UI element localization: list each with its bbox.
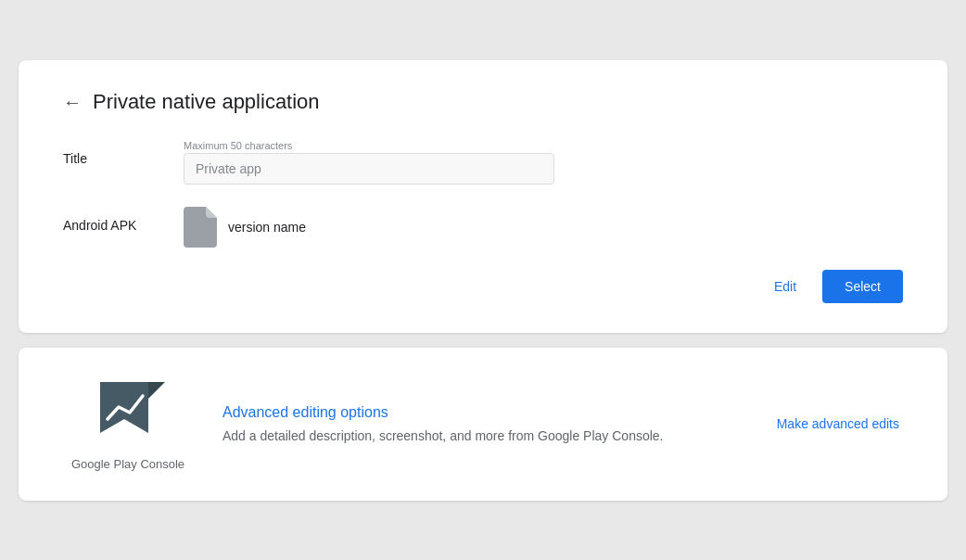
apk-row: version name xyxy=(184,207,306,248)
card-actions: Edit Select xyxy=(63,270,903,303)
advanced-editing-title: Advanced editing options xyxy=(222,404,744,421)
page-title: Private native application xyxy=(93,90,320,114)
svg-marker-0 xyxy=(100,382,148,433)
apk-form-row: Android APK version name xyxy=(63,207,903,248)
play-text: Play xyxy=(110,457,137,471)
apk-label: Android APK xyxy=(63,207,184,233)
title-label: Title xyxy=(63,140,184,166)
google-play-logo: Google Play Console xyxy=(63,377,193,471)
private-app-card: ← Private native application Title Maxim… xyxy=(19,60,947,333)
google-play-label: Google Play Console xyxy=(71,457,184,471)
apk-file-icon xyxy=(184,207,217,248)
char-limit-hint: Maximum 50 characters xyxy=(184,140,554,151)
title-input-wrapper: Maximum 50 characters xyxy=(184,140,554,185)
advanced-content: Advanced editing options Add a detailed … xyxy=(222,404,744,443)
back-icon[interactable]: ← xyxy=(63,93,82,111)
title-input[interactable] xyxy=(184,153,554,185)
advanced-editing-card: Google Play Console Advanced editing opt… xyxy=(19,348,947,501)
apk-version-text: version name xyxy=(228,220,306,235)
edit-button[interactable]: Edit xyxy=(763,272,807,301)
select-button[interactable]: Select xyxy=(822,270,903,303)
make-advanced-edits-button[interactable]: Make advanced edits xyxy=(773,409,903,439)
google-play-console-icon xyxy=(91,377,165,452)
google-text: Google xyxy=(71,457,110,471)
console-text: Console xyxy=(140,457,184,471)
title-form-row: Title Maximum 50 characters xyxy=(63,140,903,185)
page-header: ← Private native application xyxy=(63,90,903,114)
advanced-editing-desc: Add a detailed description, screenshot, … xyxy=(222,428,744,443)
svg-marker-1 xyxy=(148,382,165,399)
